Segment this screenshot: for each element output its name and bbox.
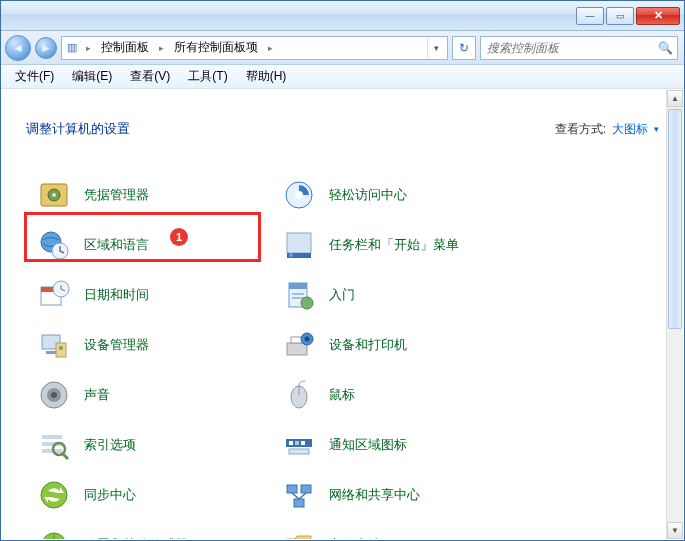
- globe-clock-icon: [38, 229, 70, 261]
- scroll-down-button[interactable]: ▼: [667, 522, 683, 539]
- forward-button[interactable]: ►: [35, 37, 57, 59]
- view-by-value[interactable]: 大图标: [612, 121, 648, 138]
- scroll-thumb[interactable]: [668, 109, 682, 329]
- menu-bar: 文件(F) 编辑(E) 查看(V) 工具(T) 帮助(H): [1, 65, 684, 89]
- address-dropdown-icon[interactable]: ▾: [427, 37, 445, 59]
- item-indexing-options[interactable]: 索引选项: [30, 420, 275, 470]
- search-input[interactable]: [485, 40, 657, 56]
- item-label: 鼠标: [329, 386, 355, 404]
- maximize-button[interactable]: ▭: [606, 7, 634, 25]
- item-sound[interactable]: 声音: [30, 370, 275, 420]
- content-area: 调整计算机的设置 查看方式: 大图标 ▾ 凭据管理器 轻松访问中心: [2, 90, 683, 539]
- svg-line-35: [63, 454, 68, 459]
- folder-icon: [283, 529, 315, 539]
- svg-rect-14: [289, 283, 307, 289]
- item-notification-area[interactable]: 通知区域图标: [275, 420, 520, 470]
- safe-icon: [38, 179, 70, 211]
- annotation-badge: 1: [170, 228, 188, 246]
- vertical-scrollbar[interactable]: ▲ ▼: [666, 90, 683, 539]
- svg-rect-39: [301, 441, 305, 445]
- svg-rect-7: [287, 233, 311, 253]
- svg-rect-19: [46, 351, 56, 354]
- item-region-language[interactable]: 区域和语言: [30, 220, 275, 270]
- item-date-time[interactable]: 日期和时间: [30, 270, 275, 320]
- address-bar[interactable]: ▥ ▸ 控制面板 ▸ 所有控制面板项 ▸ ▾: [61, 36, 448, 60]
- search-box[interactable]: 🔍: [480, 36, 678, 60]
- breadcrumb-sep-icon[interactable]: ▸: [266, 43, 275, 53]
- breadcrumb-control-panel[interactable]: 控制面板: [97, 38, 153, 58]
- svg-rect-37: [289, 441, 293, 445]
- item-credential-manager[interactable]: 凭据管理器: [30, 170, 275, 220]
- speaker-icon: [38, 379, 70, 411]
- magnifier-list-icon: [38, 429, 70, 461]
- refresh-button[interactable]: ↻: [452, 36, 476, 60]
- svg-rect-15: [292, 293, 304, 295]
- item-getting-started[interactable]: 入门: [275, 270, 520, 320]
- view-by-label: 查看方式:: [555, 121, 606, 138]
- svg-point-17: [301, 297, 313, 309]
- control-panel-icon: ▥: [64, 40, 80, 56]
- svg-point-2: [52, 193, 56, 197]
- minimize-button[interactable]: —: [576, 7, 604, 25]
- svg-point-28: [51, 392, 57, 398]
- ease-of-access-icon: [283, 179, 315, 211]
- titlebar: — ▭ ✕: [1, 1, 684, 31]
- close-button[interactable]: ✕: [636, 7, 680, 25]
- menu-view[interactable]: 查看(V): [122, 66, 178, 87]
- item-taskbar-startmenu[interactable]: 任务栏和「开始」菜单: [275, 220, 520, 270]
- item-folder-options[interactable]: 文件夹选项: [275, 520, 520, 539]
- item-location-sensors[interactable]: 位置和其他传感器: [30, 520, 275, 539]
- svg-point-4: [295, 191, 303, 199]
- svg-point-25: [305, 337, 310, 342]
- menu-file[interactable]: 文件(F): [7, 66, 62, 87]
- back-button[interactable]: ◄: [5, 35, 31, 61]
- printer-camera-icon: [283, 329, 315, 361]
- item-device-manager[interactable]: 设备管理器: [30, 320, 275, 370]
- breadcrumb-sep-icon[interactable]: ▸: [157, 43, 166, 53]
- item-label: 通知区域图标: [329, 436, 407, 454]
- item-label: 任务栏和「开始」菜单: [329, 236, 459, 254]
- svg-point-9: [289, 253, 293, 257]
- item-label: 声音: [84, 386, 110, 404]
- item-label: 轻松访问中心: [329, 186, 407, 204]
- scroll-up-button[interactable]: ▲: [667, 90, 683, 107]
- menu-edit[interactable]: 编辑(E): [64, 66, 120, 87]
- item-label: 入门: [329, 286, 355, 304]
- item-label: 网络和共享中心: [329, 486, 420, 504]
- breadcrumb-sep-icon[interactable]: ▸: [84, 43, 93, 53]
- chevron-down-icon[interactable]: ▾: [654, 124, 659, 134]
- device-manager-icon: [38, 329, 70, 361]
- svg-rect-31: [42, 435, 62, 439]
- network-icon: [283, 479, 315, 511]
- items-grid: 凭据管理器 轻松访问中心 区域和语言 任务栏和「开始」菜单: [2, 166, 667, 539]
- item-network-sharing[interactable]: 网络和共享中心: [275, 470, 520, 520]
- notification-tray-icon: [283, 429, 315, 461]
- item-label: 位置和其他传感器: [84, 536, 188, 539]
- item-label: 凭据管理器: [84, 186, 149, 204]
- navigation-row: ◄ ► ▥ ▸ 控制面板 ▸ 所有控制面板项 ▸ ▾ ↻ 🔍: [1, 31, 684, 65]
- view-by-group: 查看方式: 大图标 ▾: [555, 121, 659, 138]
- svg-rect-44: [294, 499, 304, 507]
- menu-help[interactable]: 帮助(H): [238, 66, 295, 87]
- sync-icon: [38, 479, 70, 511]
- breadcrumb-all-items[interactable]: 所有控制面板项: [170, 38, 262, 58]
- item-ease-of-access[interactable]: 轻松访问中心: [275, 170, 520, 220]
- scroll-track[interactable]: [667, 107, 683, 522]
- menu-tools[interactable]: 工具(T): [180, 66, 235, 87]
- item-label: 同步中心: [84, 486, 136, 504]
- svg-rect-42: [287, 485, 297, 493]
- svg-point-41: [41, 482, 67, 508]
- search-icon[interactable]: 🔍: [657, 41, 673, 55]
- mouse-icon: [283, 379, 315, 411]
- page-title: 调整计算机的设置: [26, 120, 130, 138]
- item-sync-center[interactable]: 同步中心: [30, 470, 275, 520]
- item-devices-printers[interactable]: 设备和打印机: [275, 320, 520, 370]
- svg-rect-38: [295, 441, 299, 445]
- explorer-window: — ▭ ✕ ◄ ► ▥ ▸ 控制面板 ▸ 所有控制面板项 ▸ ▾ ↻ 🔍 文件(…: [0, 0, 685, 541]
- svg-rect-43: [301, 485, 311, 493]
- getting-started-icon: [283, 279, 315, 311]
- item-label: 设备和打印机: [329, 336, 407, 354]
- item-mouse[interactable]: 鼠标: [275, 370, 520, 420]
- taskbar-icon: [283, 229, 315, 261]
- item-label: 设备管理器: [84, 336, 149, 354]
